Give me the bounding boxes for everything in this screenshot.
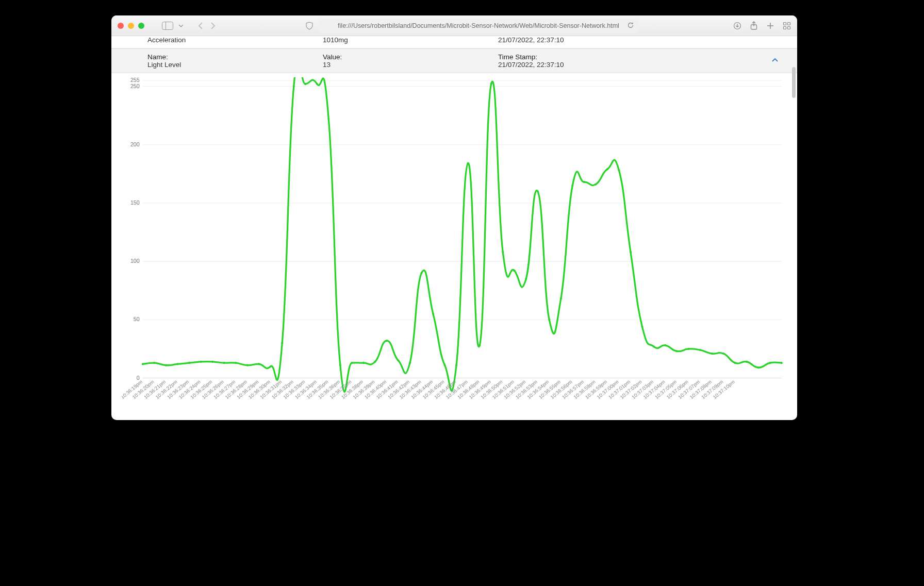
safari-window: file:///Users/robertbilsland/Documents/M… bbox=[111, 15, 797, 420]
svg-point-58 bbox=[548, 319, 550, 321]
svg-point-66 bbox=[641, 326, 643, 328]
svg-point-74 bbox=[734, 362, 736, 364]
svg-point-59 bbox=[560, 298, 562, 300]
svg-point-28 bbox=[200, 361, 202, 363]
svg-point-26 bbox=[176, 363, 178, 365]
svg-text:250: 250 bbox=[130, 83, 140, 89]
svg-point-60 bbox=[571, 185, 573, 187]
svg-text:150: 150 bbox=[130, 199, 140, 206]
svg-point-71 bbox=[699, 349, 701, 351]
sensor-timestamp: 21/07/2022, 22:37:10 bbox=[498, 36, 756, 44]
sensor-name: Acceleration bbox=[147, 36, 323, 44]
svg-point-62 bbox=[595, 183, 597, 186]
titlebar: file:///Users/robertbilsland/Documents/M… bbox=[111, 15, 797, 36]
svg-point-68 bbox=[664, 344, 666, 346]
timestamp-label: Time Stamp: bbox=[498, 53, 756, 61]
svg-point-39 bbox=[327, 118, 329, 120]
svg-point-46 bbox=[409, 362, 411, 364]
sensor-timestamp: 21/07/2022, 22:37:10 bbox=[498, 61, 756, 69]
svg-text:50: 50 bbox=[134, 316, 140, 322]
svg-point-29 bbox=[211, 361, 213, 363]
svg-point-25 bbox=[165, 364, 167, 366]
svg-rect-5 bbox=[788, 22, 790, 25]
svg-rect-7 bbox=[788, 26, 790, 29]
svg-point-72 bbox=[711, 353, 713, 355]
svg-point-31 bbox=[235, 362, 237, 364]
svg-point-43 bbox=[374, 361, 376, 363]
svg-rect-4 bbox=[784, 22, 786, 25]
svg-point-63 bbox=[606, 168, 608, 170]
chart-svg: 05010015020025025510:36:19pm10:36:20pm10… bbox=[122, 77, 787, 415]
window-zoom-button[interactable] bbox=[138, 23, 144, 29]
svg-point-61 bbox=[583, 181, 585, 183]
window-close-button[interactable] bbox=[118, 23, 124, 29]
svg-point-49 bbox=[444, 364, 446, 366]
name-label: Name: bbox=[147, 53, 323, 61]
forward-button[interactable] bbox=[209, 22, 216, 30]
svg-text:200: 200 bbox=[130, 141, 140, 147]
url-bar[interactable]: file:///Users/robertbilsland/Documents/M… bbox=[319, 19, 638, 32]
page-content: Acceleration 1010mg 21/07/2022, 22:37:10… bbox=[111, 36, 797, 420]
svg-point-75 bbox=[746, 361, 748, 363]
svg-point-64 bbox=[618, 169, 620, 171]
svg-point-33 bbox=[258, 363, 260, 365]
svg-point-45 bbox=[397, 360, 399, 362]
sensor-value: 13 bbox=[323, 61, 498, 69]
svg-point-27 bbox=[188, 362, 190, 364]
new-tab-button[interactable] bbox=[766, 22, 774, 30]
back-button[interactable] bbox=[198, 22, 204, 30]
value-label: Value: bbox=[323, 53, 498, 61]
svg-point-67 bbox=[653, 345, 655, 347]
svg-point-55 bbox=[514, 270, 516, 272]
svg-point-36 bbox=[293, 85, 295, 87]
scrollbar-thumb[interactable] bbox=[792, 67, 796, 98]
svg-point-57 bbox=[537, 190, 539, 192]
url-text: file:///Users/robertbilsland/Documents/M… bbox=[338, 22, 619, 29]
toolbar-dropdown-button[interactable] bbox=[178, 23, 184, 28]
svg-point-77 bbox=[769, 362, 771, 364]
share-button[interactable] bbox=[750, 21, 758, 30]
svg-text:100: 100 bbox=[130, 258, 140, 264]
privacy-report-button[interactable] bbox=[305, 22, 314, 30]
svg-rect-0 bbox=[162, 22, 173, 29]
svg-point-41 bbox=[351, 362, 353, 364]
svg-point-47 bbox=[420, 272, 422, 274]
downloads-button[interactable] bbox=[733, 22, 741, 30]
svg-point-24 bbox=[153, 362, 155, 364]
svg-point-52 bbox=[478, 344, 481, 346]
svg-point-73 bbox=[722, 353, 724, 355]
svg-point-69 bbox=[676, 350, 678, 352]
svg-point-53 bbox=[490, 83, 492, 85]
svg-point-70 bbox=[688, 348, 690, 350]
sensor-name: Light Level bbox=[147, 61, 323, 69]
collapse-icon[interactable] bbox=[771, 57, 779, 64]
svg-point-35 bbox=[281, 342, 283, 344]
svg-point-42 bbox=[362, 362, 365, 364]
svg-point-38 bbox=[316, 83, 318, 85]
window-minimize-button[interactable] bbox=[128, 23, 134, 29]
svg-point-37 bbox=[304, 83, 306, 85]
svg-point-23 bbox=[142, 363, 144, 365]
svg-point-51 bbox=[467, 162, 469, 164]
reload-button[interactable] bbox=[627, 22, 634, 30]
sensor-row-light[interactable]: Name: Light Level Value: 13 Time Stamp: … bbox=[111, 48, 797, 73]
sidebar-toggle-button[interactable] bbox=[162, 22, 173, 30]
svg-point-48 bbox=[432, 313, 434, 315]
svg-point-30 bbox=[223, 362, 225, 364]
svg-point-34 bbox=[270, 365, 272, 367]
sensor-row-acceleration[interactable]: Acceleration 1010mg 21/07/2022, 22:37:10 bbox=[111, 36, 797, 48]
svg-point-40 bbox=[339, 364, 341, 366]
svg-point-50 bbox=[455, 364, 457, 366]
tab-overview-button[interactable] bbox=[783, 22, 791, 30]
light-level-chart: 05010015020025025510:36:19pm10:36:20pm10… bbox=[111, 73, 797, 420]
svg-point-44 bbox=[386, 340, 388, 342]
svg-text:255: 255 bbox=[130, 77, 140, 83]
svg-point-32 bbox=[246, 364, 249, 366]
svg-point-56 bbox=[525, 278, 527, 280]
svg-point-54 bbox=[502, 251, 504, 253]
svg-point-76 bbox=[757, 366, 760, 369]
svg-point-78 bbox=[781, 362, 783, 364]
traffic-lights bbox=[118, 23, 144, 29]
svg-rect-6 bbox=[784, 26, 786, 29]
svg-point-65 bbox=[630, 251, 632, 253]
